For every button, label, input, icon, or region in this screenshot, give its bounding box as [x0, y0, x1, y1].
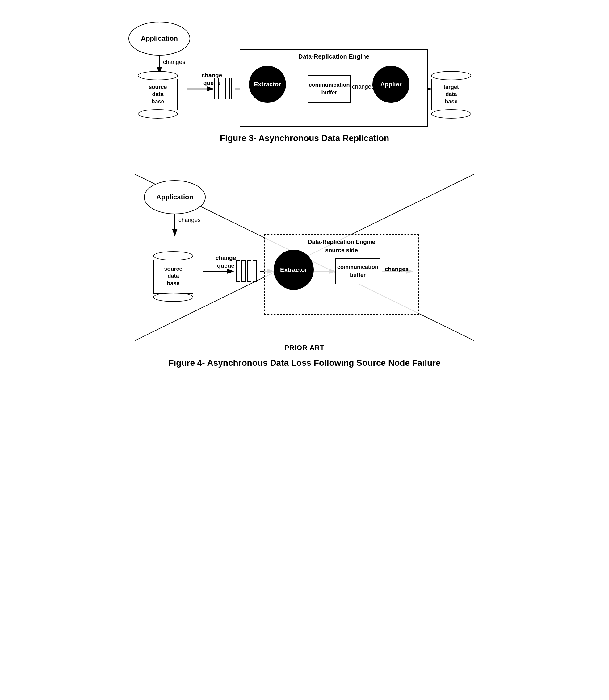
figure3-application-ellipse: Application: [128, 22, 190, 56]
figure3-applier-circle: Applier: [372, 66, 410, 103]
figure4-changes-label1: changes: [178, 217, 201, 223]
figure3-source-db: source data base: [138, 71, 178, 119]
figure4-extractor-label: Extractor: [280, 266, 307, 273]
figure4-prior-art: PRIOR ART: [284, 344, 324, 352]
figure3-changes-label2: changes: [352, 83, 374, 90]
figure3-application-label: Application: [141, 35, 178, 42]
figure4-queue-bar-2: [242, 261, 246, 282]
figure3-extractor-circle: Extractor: [249, 66, 286, 103]
figure3-target-db-bottom: [431, 109, 471, 119]
figure3-target-db-body: target data base: [431, 79, 471, 110]
figure4-change-queue-label: change queue: [213, 254, 238, 269]
figure4-change-queue-bars: [236, 261, 257, 282]
figure3-comm-buffer-label: communication buffer: [309, 81, 350, 96]
figure3-source-db-label: source data base: [149, 84, 167, 105]
figure3-target-db-label: target data base: [443, 84, 459, 105]
figure4-source-db-top: [153, 251, 193, 261]
figure3-target-db: target data base: [431, 71, 471, 118]
figure3-source-db-body: source data base: [138, 79, 178, 110]
figure3-comm-buffer: communication buffer: [308, 75, 351, 103]
figure3-changes-label1: changes: [163, 59, 185, 66]
figure3-queue-bar-3: [225, 78, 230, 100]
figure4-caption: Figure 4- Asynchronous Data Loss Followi…: [168, 358, 440, 368]
figure3-change-queue-bars: [214, 78, 235, 100]
figure4-extractor-circle: Extractor: [274, 250, 314, 290]
figure4-source-db-bottom: [153, 292, 193, 302]
figure4-queue-bar-4: [253, 261, 257, 282]
figure4-source-db: source data base: [153, 251, 193, 301]
figure4-source-db-label: source data base: [164, 266, 182, 287]
figure4-application-ellipse: Application: [144, 180, 206, 214]
figure4-queue-bar-1: [236, 261, 240, 282]
figure3-queue-bar-4: [231, 78, 235, 100]
figure4-source-db-body: source data base: [153, 259, 193, 293]
figure-4-diagram: Application changes source data base cha…: [135, 174, 474, 341]
figure3-engine-title: Data-Replication Engine: [240, 53, 428, 60]
figure3-source-db-top: [138, 71, 178, 80]
figure-4-wrapper: Application changes source data base cha…: [70, 174, 539, 368]
figure3-caption: Figure 3- Asynchronous Data Replication: [220, 133, 389, 143]
figure-3-container: change queue horizontal arrow --> Extrac…: [70, 19, 539, 143]
figure3-extractor-label: Extractor: [254, 81, 281, 88]
figure4-comm-buffer: communication buffer: [335, 258, 380, 284]
page: change queue horizontal arrow --> Extrac…: [57, 0, 552, 387]
figure4-changes-label2: changes: [385, 266, 408, 272]
figure3-target-db-top: [431, 71, 471, 80]
figure4-comm-buffer-label: communication buffer: [337, 263, 378, 279]
figure3-queue-bar-2: [220, 78, 224, 100]
figure-3-diagram: change queue horizontal arrow --> Extrac…: [119, 19, 490, 117]
figure3-source-db-bottom: [138, 109, 178, 119]
figure4-queue-bar-3: [247, 261, 251, 282]
figure3-applier-label: Applier: [381, 81, 402, 88]
figure3-queue-bar-1: [214, 78, 219, 100]
figure4-application-label: Application: [156, 193, 193, 201]
